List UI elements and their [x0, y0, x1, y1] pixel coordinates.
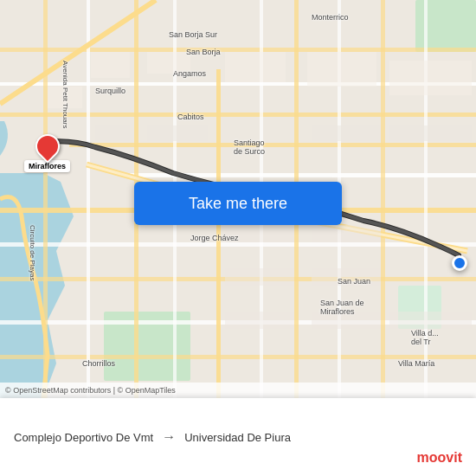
destination-text: Universidad De Piura [184, 431, 291, 444]
take-me-there-button[interactable]: Take me there [134, 182, 342, 225]
copyright-bar: © OpenStreetMap contributors | © OpenMap… [0, 383, 476, 398]
origin-text: Complejo Deportivo De Vmt [14, 431, 153, 444]
arrow-icon: → [162, 429, 176, 445]
moovit-label: moovit [417, 450, 462, 466]
map-container: Miraflores Monterrico San Borja Sur San … [0, 0, 476, 398]
origin-pin [30, 129, 65, 164]
bottom-bar: Complejo Deportivo De Vmt → Universidad … [0, 398, 476, 476]
moovit-logo: moovit [417, 450, 462, 466]
destination-marker [452, 255, 467, 271]
route-info: Complejo Deportivo De Vmt → Universidad … [14, 429, 462, 445]
destination-pin [452, 255, 467, 271]
copyright-text: © OpenStreetMap contributors | © OpenMap… [5, 386, 176, 395]
origin-marker: Miraflores [24, 134, 70, 172]
